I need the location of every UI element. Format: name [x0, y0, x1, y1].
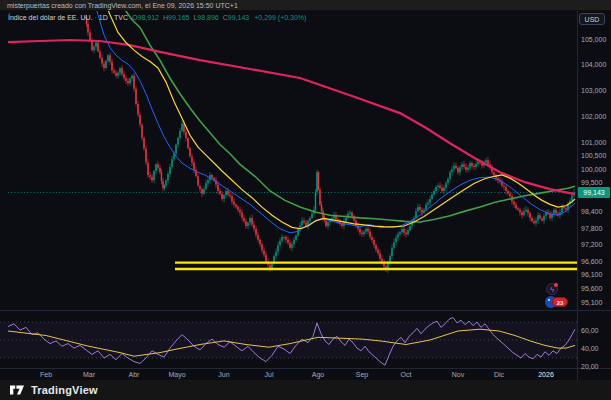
rsi-pane[interactable]	[0, 318, 578, 366]
time-axis-month-label: Jun	[218, 371, 229, 378]
ohlc-value: 99,143	[228, 14, 249, 21]
time-axis-month-label: Feb	[40, 371, 52, 378]
attribution-text: misterpuertas creado con TradingView.com…	[7, 2, 238, 9]
currency-unit-button[interactable]: USD	[579, 13, 605, 25]
price-axis-label: 100,000	[581, 166, 610, 173]
price-axis-label: 103,000	[581, 87, 610, 94]
change-value: +0,299 (+0,30%)	[254, 14, 306, 21]
time-axis-month-label: Dic	[494, 371, 504, 378]
footer-bar: TradingView	[0, 380, 611, 400]
rsi-axis-label: 60,00	[581, 327, 610, 334]
ohlc-value: 98,896	[197, 14, 218, 21]
candle-bodies-down	[86, 17, 567, 269]
indicator-badge[interactable]: ϟ	[546, 283, 558, 295]
ohlc-value: 98,912	[138, 14, 159, 21]
price-axis-label: 95,100	[581, 299, 610, 306]
rsi-axis-label: 40,00	[581, 345, 610, 352]
legend-separator: ·	[110, 14, 112, 21]
symbol-flag-badge[interactable]: 23	[545, 295, 569, 309]
time-axis-month-label: Mayo	[168, 371, 185, 378]
time-axis-month-label: Sep	[356, 371, 368, 378]
ohlc-value: 99,165	[168, 14, 189, 21]
price-axis-label: 97,200	[581, 241, 610, 248]
tradingview-logo-icon[interactable]	[10, 384, 25, 396]
last-price-badge: 99,143	[578, 187, 610, 198]
time-axis-month-label: Jul	[265, 371, 274, 378]
interval-label[interactable]: 1D	[99, 14, 108, 21]
price-axis-label: 100,500	[581, 152, 610, 159]
tradingview-chart-window: misterpuertas creado con TradingView.com…	[0, 0, 611, 400]
price-axis-label: 96,600	[581, 258, 610, 265]
candle-wicks-down	[87, 15, 567, 272]
price-axis-label: 96,100	[581, 271, 610, 278]
time-axis-month-label: Nov	[452, 371, 464, 378]
time-axis-month-label: Oct	[401, 371, 412, 378]
tradingview-wordmark[interactable]: TradingView	[31, 384, 98, 396]
price-axis-label: 101,000	[581, 139, 610, 146]
main-price-pane[interactable]	[8, 0, 578, 273]
price-axis-label: 105,000	[581, 36, 610, 43]
price-axis-label: 104,000	[581, 61, 610, 68]
price-axis-label: 99,500	[581, 179, 610, 186]
attribution-bar: misterpuertas creado con TradingView.com…	[0, 0, 611, 11]
candle-wicks-up	[85, 16, 574, 273]
chart-canvas[interactable]	[0, 0, 611, 400]
legend-separator: ·	[94, 14, 96, 21]
indicator-badge-glyph: ϟ	[550, 285, 554, 294]
time-axis-month-label: Abr	[129, 371, 140, 378]
support-zone-lines[interactable]	[175, 263, 578, 269]
price-axis-label: 97,800	[581, 225, 610, 232]
symbol-title[interactable]: Índice del dólar de EE. UU.	[8, 14, 92, 21]
flag-badge-pill: 23	[552, 297, 568, 307]
notification-dot	[554, 283, 558, 287]
rsi-axis-label: 20,00	[581, 363, 610, 370]
ma-yellow-line	[103, 0, 575, 229]
candle-bodies-up	[84, 17, 574, 269]
ohlc-values: O98,912H99,165L98,896C99,143	[128, 14, 249, 21]
ma-blue-line	[93, 0, 575, 233]
ma-pink-line	[8, 40, 575, 194]
price-axis-label: 98,400	[581, 208, 610, 215]
symbol-legend[interactable]: Índice del dólar de EE. UU.·1D·TVCO98,91…	[8, 14, 306, 21]
time-axis-year-label: 2026	[538, 371, 554, 378]
exchange-label: TVC	[114, 14, 128, 21]
price-axis-label: 95,600	[581, 285, 610, 292]
time-axis-month-label: Ago	[312, 371, 324, 378]
time-axis-month-label: Mar	[83, 371, 95, 378]
price-axis-label: 102,000	[581, 113, 610, 120]
